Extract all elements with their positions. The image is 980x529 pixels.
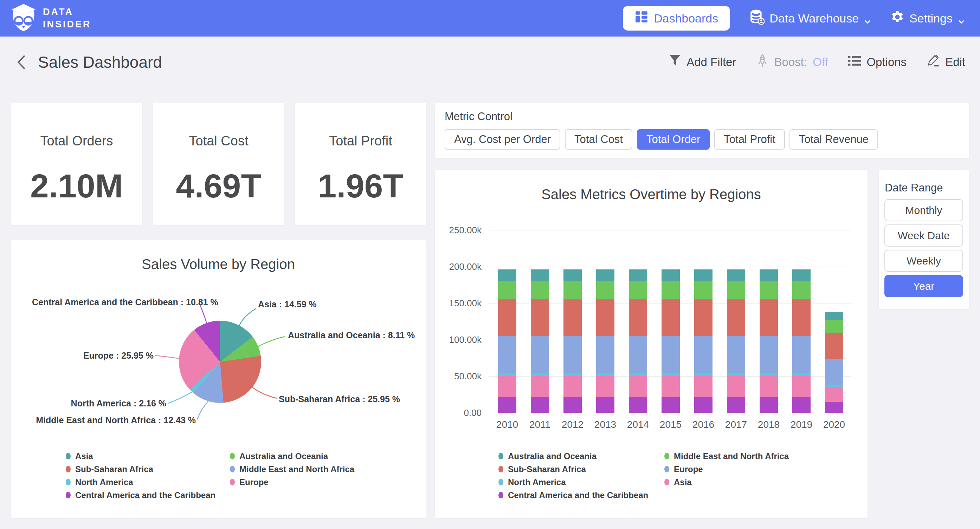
legend-item[interactable]: Australia and Oceania	[498, 450, 648, 462]
legend-dot-icon	[498, 466, 503, 472]
x-axis-tick: 2020	[818, 419, 850, 430]
date-range-card: Date Range Monthly Week Date Weekly Year	[879, 170, 969, 309]
bar-segment	[694, 269, 713, 281]
kpi-card-total-profit: Total Profit 1.96T	[295, 103, 426, 225]
gear-icon	[890, 10, 904, 27]
legend-item[interactable]: Asia	[664, 476, 789, 489]
bar-segment	[825, 387, 843, 402]
legend-item[interactable]: Europe	[664, 462, 789, 476]
bar-segment	[629, 336, 647, 373]
kpi-label: Total Orders	[40, 133, 113, 149]
options-button[interactable]: Options	[848, 55, 907, 69]
metric-button-total-revenue[interactable]: Total Revenue	[789, 129, 878, 149]
legend-item[interactable]: North America	[66, 476, 215, 489]
legend-dot-icon	[498, 479, 503, 485]
bar-segment	[694, 397, 713, 413]
back-button[interactable]	[13, 54, 30, 70]
bar-segment	[531, 373, 549, 376]
date-range-year[interactable]: Year	[885, 275, 963, 297]
bar-segment	[694, 336, 713, 373]
pie-label-sub-saharan-africa: Sub-Saharan Africa : 25.95 %	[279, 394, 400, 404]
legend-label: North America	[508, 477, 566, 487]
top-navbar: DATAINSIDER Dashboards	[0, 0, 980, 37]
boost-toggle[interactable]: Boost: Off	[756, 54, 828, 71]
x-axis-tick: 2018	[752, 419, 785, 430]
date-range-week-date[interactable]: Week Date	[885, 224, 963, 246]
chevron-left-icon	[16, 54, 27, 70]
add-filter-button[interactable]: Add Filter	[669, 54, 736, 70]
bar-chart-title: Sales Metrics Overtime by Regions	[435, 186, 867, 202]
pencil-icon	[927, 54, 940, 70]
bar-segment	[760, 373, 778, 376]
bar-segment	[531, 397, 549, 413]
bar-segment	[531, 269, 549, 281]
kpi-label: Total Cost	[189, 133, 248, 149]
legend-item[interactable]: Sub-Saharan Africa	[498, 462, 648, 476]
legend-item[interactable]: Asia	[66, 450, 215, 462]
bar-2016	[694, 269, 713, 413]
bar-segment	[498, 376, 516, 397]
bar-segment	[825, 359, 843, 385]
legend-dot-icon	[230, 479, 235, 485]
list-icon	[848, 55, 861, 69]
bar-segment	[792, 299, 811, 336]
metric-button-total-order[interactable]: Total Order	[637, 129, 710, 149]
metric-button-avg-cost-per-order[interactable]: Avg. Cost per Order	[445, 129, 560, 149]
nav-settings[interactable]: Settings	[890, 10, 964, 27]
pie-chart	[179, 321, 261, 403]
sales-dashboard-page: DATAINSIDER Dashboards	[0, 0, 980, 529]
y-axis-tick: 150.00k	[435, 298, 482, 309]
kpi-card-total-cost: Total Cost 4.69T	[153, 103, 284, 225]
bar-segment	[694, 299, 713, 336]
legend-item[interactable]: North America	[498, 476, 648, 489]
legend-dot-icon	[66, 453, 71, 459]
legend-item[interactable]: Middle East and North Africa	[230, 462, 354, 476]
nav-dashboards[interactable]: Dashboards	[623, 6, 730, 30]
bar-2015	[662, 269, 680, 413]
bar-2019	[792, 269, 811, 413]
bar-segment	[563, 336, 582, 373]
legend-item[interactable]: Sub-Saharan Africa	[66, 462, 215, 476]
legend-item[interactable]: Europe	[230, 476, 354, 489]
bar-segment	[662, 373, 680, 376]
bar-2020	[825, 312, 843, 413]
bar-segment	[662, 336, 680, 373]
x-axis-tick: 2019	[785, 419, 818, 430]
date-range-weekly[interactable]: Weekly	[885, 250, 963, 272]
bar-segment	[792, 397, 811, 413]
brand-logo[interactable]: DATAINSIDER	[11, 3, 91, 33]
bar-segment	[727, 269, 745, 281]
bar-segment	[596, 281, 614, 299]
chevron-down-icon	[958, 15, 964, 22]
pie-label-middle-east-north-africa: Middle East and North Africa : 12.43 %	[32, 415, 196, 426]
bar-segment	[760, 376, 778, 397]
bar-segment	[531, 336, 549, 373]
bar-segment	[792, 281, 811, 299]
bar-segment	[498, 269, 516, 281]
legend-item[interactable]: Central America and the Caribbean	[498, 489, 648, 502]
legend-item[interactable]: Australia and Oceania	[230, 450, 354, 462]
bar-2014	[629, 269, 647, 413]
bar-segment	[662, 269, 680, 281]
bar-chart-card: Sales Metrics Overtime by Regions 250.00…	[435, 170, 867, 518]
pie-label-asia: Asia : 14.59 %	[258, 299, 317, 310]
legend-item[interactable]: Central America and the Caribbean	[66, 489, 215, 502]
x-axis-tick: 2014	[622, 419, 654, 430]
bar-segment	[760, 397, 778, 413]
bar-segment	[662, 299, 680, 336]
date-range-monthly[interactable]: Monthly	[885, 199, 963, 221]
x-axis-tick: 2016	[687, 419, 719, 430]
legend-item[interactable]: Middle East and North Africa	[664, 450, 789, 462]
dashboard-grid-icon	[635, 10, 648, 26]
legend-label: Asia	[674, 477, 692, 487]
kpi-label: Total Profit	[329, 133, 392, 149]
edit-button[interactable]: Edit	[927, 54, 965, 70]
stacked-bar-chart	[488, 230, 851, 413]
bar-segment	[825, 320, 843, 333]
bar-segment	[727, 299, 745, 336]
metric-button-total-profit[interactable]: Total Profit	[714, 129, 784, 149]
metric-button-total-cost[interactable]: Total Cost	[565, 129, 632, 149]
gridline	[488, 230, 851, 230]
nav-data-warehouse[interactable]: Data Warehouse	[750, 9, 871, 27]
legend-label: Sub-Saharan Africa	[75, 464, 153, 474]
